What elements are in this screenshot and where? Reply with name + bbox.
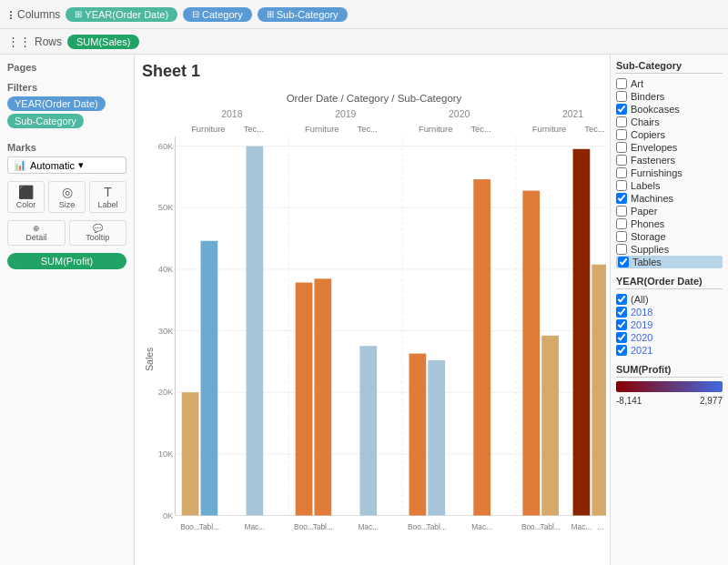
bar-2019-bookcases[interactable]	[296, 283, 313, 516]
sub-category-label: Fasteners	[631, 155, 675, 166]
sub-category-item[interactable]: Bookcases	[616, 103, 723, 116]
tooltip-button[interactable]: 💬 Tooltip	[69, 220, 127, 246]
sub-category-checkbox[interactable]	[616, 244, 627, 255]
sub-category-checkbox[interactable]	[616, 231, 627, 242]
color-button[interactable]: ⬛ Color	[7, 181, 45, 213]
filters-section-title: Filters	[7, 82, 126, 93]
sub-category-item[interactable]: Furnishings	[616, 166, 723, 179]
sub-category-checkbox[interactable]	[616, 142, 627, 153]
sub-category-item[interactable]: Binders	[616, 90, 723, 103]
xlabel-tabl4: Tabl...	[540, 522, 560, 531]
year-checkbox[interactable]	[616, 332, 627, 343]
year-label: 2018	[631, 307, 652, 318]
marks-dropdown[interactable]: 📊 Automatic ▾	[7, 156, 126, 174]
marks-chart-icon: 📊	[14, 159, 26, 171]
bar-2020-tables[interactable]	[428, 360, 445, 516]
detail-button[interactable]: ⊕ Detail	[7, 220, 66, 246]
bar-2021-bookcases[interactable]	[522, 191, 540, 516]
sub-category-checkbox[interactable]	[616, 167, 627, 178]
label-button[interactable]: T Label	[89, 181, 126, 213]
size-button[interactable]: ◎ Size	[48, 181, 86, 213]
sum-sales-pill[interactable]: SUM(Sales)	[67, 35, 139, 49]
xlabel-mac4: Mac...	[571, 522, 592, 531]
sub-category-item[interactable]: Art	[616, 77, 723, 90]
year-label: (All)	[631, 294, 649, 305]
bar-2019-tables[interactable]	[314, 278, 331, 515]
bar-2020-machines[interactable]	[473, 179, 490, 515]
svg-text:10K: 10K	[158, 449, 174, 459]
bar-2018-bookcases[interactable]	[182, 392, 199, 515]
columns-label: Columns	[17, 8, 60, 21]
sub-category-checkbox[interactable]	[616, 180, 627, 191]
bar-2020-bookcases[interactable]	[410, 354, 427, 516]
sub-category-item[interactable]: Envelopes	[616, 141, 723, 154]
chart-area: Sheet 1 Order Date / Category / Sub-Cate…	[135, 55, 610, 565]
filter-subcat-pill[interactable]: Sub-Category	[7, 114, 84, 128]
sub-category-label: Supplies	[631, 244, 669, 255]
xlabel-tabl1: Tabl...	[199, 522, 219, 531]
sub-category-item[interactable]: Fasteners	[616, 154, 723, 166]
sub-category-checkbox[interactable]	[616, 218, 627, 229]
sub-category-checkbox[interactable]	[616, 78, 627, 89]
bar-2018-tables[interactable]	[201, 241, 218, 516]
sub-category-checkbox[interactable]	[616, 129, 627, 140]
sub-category-label: Machines	[631, 193, 673, 204]
cat-tec-1: Tec...	[244, 125, 264, 134]
sub-category-item[interactable]: Phones	[616, 217, 723, 230]
sub-category-checkbox[interactable]	[616, 116, 627, 127]
year-checkbox[interactable]	[616, 307, 627, 318]
color-label: Color	[16, 200, 36, 209]
sub-category-item[interactable]: Chairs	[616, 116, 723, 128]
sub-category-checkbox[interactable]	[616, 193, 627, 204]
bar-2019-machines[interactable]	[359, 346, 377, 515]
sub-category-item[interactable]: Storage	[616, 230, 723, 243]
year-filter-item[interactable]: 2020	[616, 331, 723, 344]
year-order-date-pill[interactable]: ⊞ YEAR(Order Date)	[66, 7, 177, 22]
detail-label: Detail	[25, 233, 46, 242]
sub-category-item[interactable]: Tables	[616, 256, 723, 268]
sub-category-checkbox[interactable]	[616, 104, 627, 115]
sub-category-item[interactable]: Copiers	[616, 128, 723, 141]
category-pill[interactable]: ⊟ Category	[183, 7, 252, 22]
sub-category-checkbox[interactable]	[616, 155, 627, 166]
marks-row2: ⊕ Detail 💬 Tooltip	[7, 220, 126, 246]
sub-category-item[interactable]: Labels	[616, 179, 723, 192]
dropdown-arrow: ▾	[78, 159, 84, 171]
cat-furn-3: Furniture	[419, 125, 452, 134]
cat-tec-2: Tec...	[358, 125, 378, 134]
year-filter-item[interactable]: 2021	[616, 344, 723, 357]
columns-section: ⫶ Columns	[7, 7, 60, 22]
bar-2021-tables[interactable]	[541, 336, 559, 516]
year-checkbox[interactable]	[616, 319, 627, 330]
year-checkbox[interactable]	[616, 294, 627, 305]
sub-category-item[interactable]: Machines	[616, 192, 723, 205]
sub-category-list: ArtBindersBookcasesChairsCopiersEnvelope…	[616, 77, 723, 268]
rows-icon: ⋮⋮	[7, 35, 31, 48]
sub-category-item[interactable]: Paper	[616, 205, 723, 217]
sub-category-checkbox[interactable]	[618, 257, 629, 267]
filter-year-pill[interactable]: YEAR(Order Date)	[7, 96, 106, 111]
xlabel-mac2: Mac...	[358, 522, 379, 531]
sub-category-label: Copiers	[631, 129, 665, 140]
bar-2018-machines[interactable]	[246, 146, 263, 516]
toolbar-row1: ⫶ Columns ⊞ YEAR(Order Date) ⊟ Category …	[0, 0, 728, 29]
year-filter-item[interactable]: 2019	[616, 318, 723, 331]
year-filter-item[interactable]: (All)	[616, 293, 723, 306]
sub-category-checkbox[interactable]	[616, 91, 627, 102]
xlabel-extra: ...	[597, 522, 603, 531]
year-checkbox[interactable]	[616, 345, 627, 356]
sub-category-pill[interactable]: ⊞ Sub-Category	[258, 7, 348, 22]
sub-category-item[interactable]: Supplies	[616, 243, 723, 256]
bar-2021-extra[interactable]	[592, 265, 606, 516]
svg-text:30K: 30K	[158, 327, 174, 336]
sum-profit-button[interactable]: SUM(Profit)	[7, 253, 126, 269]
bar-2021-machines[interactable]	[573, 149, 591, 516]
sub-category-checkbox[interactable]	[616, 206, 627, 217]
xlabel-tabl2: Tabl...	[313, 522, 333, 531]
year-filter-item[interactable]: 2018	[616, 306, 723, 318]
year-section-title: YEAR(Order Date)	[616, 276, 723, 289]
sub-category-label: Binders	[631, 91, 664, 102]
year-label: 2019	[631, 319, 652, 330]
year-2021: 2021	[562, 109, 583, 119]
size-icon: ◎	[62, 185, 73, 199]
